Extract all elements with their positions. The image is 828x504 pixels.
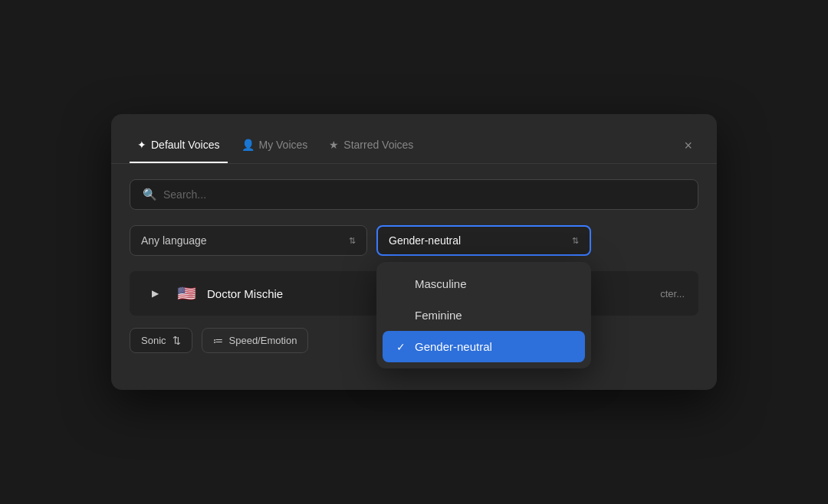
tab-default-voices-label: Default Voices bbox=[151, 139, 220, 151]
language-chevron-icon: ⇅ bbox=[349, 236, 356, 246]
modal-body: 🔍 Any language ⇅ Gender-neutral ⇅ Mascul… bbox=[111, 164, 717, 371]
search-input[interactable] bbox=[163, 188, 685, 201]
search-icon: 🔍 bbox=[143, 188, 157, 201]
gender-filter[interactable]: Gender-neutral ⇅ bbox=[376, 225, 591, 256]
search-bar: 🔍 bbox=[130, 179, 698, 210]
language-filter[interactable]: Any language ⇅ bbox=[130, 225, 367, 256]
voice-tag: cter... bbox=[660, 288, 685, 299]
feminine-label: Feminine bbox=[415, 309, 462, 322]
play-button[interactable]: ▶ bbox=[143, 282, 166, 305]
modal-header: ✦ Default Voices 👤 My Voices ★ Starred V… bbox=[111, 114, 717, 164]
speed-icon: ≔ bbox=[213, 335, 223, 346]
speed-label: Speed/Emotion bbox=[229, 335, 297, 346]
tab-my-voices-label: My Voices bbox=[259, 139, 308, 151]
masculine-label: Masculine bbox=[415, 277, 467, 290]
star-icon: ★ bbox=[329, 139, 339, 151]
tab-starred-voices[interactable]: ★ Starred Voices bbox=[321, 128, 421, 163]
tab-default-voices[interactable]: ✦ Default Voices bbox=[130, 128, 228, 163]
sparkle-icon: ✦ bbox=[137, 139, 146, 151]
language-label: Any language bbox=[141, 234, 207, 247]
gender-label: Gender-neutral bbox=[389, 234, 461, 247]
gender-chevron-icon: ⇅ bbox=[572, 236, 579, 246]
close-button[interactable]: × bbox=[678, 136, 698, 155]
dropdown-item-feminine[interactable]: Feminine bbox=[383, 299, 585, 331]
style-chevron-icon: ⇅ bbox=[172, 335, 181, 346]
filters-row: Any language ⇅ Gender-neutral ⇅ Masculin… bbox=[130, 225, 698, 256]
dropdown-item-gender-neutral[interactable]: ✓ Gender-neutral bbox=[383, 331, 585, 362]
tab-starred-voices-label: Starred Voices bbox=[343, 139, 413, 151]
gender-neutral-check-icon: ✓ bbox=[395, 341, 407, 353]
gender-neutral-label: Gender-neutral bbox=[415, 340, 492, 353]
person-icon: 👤 bbox=[242, 139, 255, 151]
voice-selector-modal: ✦ Default Voices 👤 My Voices ★ Starred V… bbox=[111, 114, 717, 390]
style-label: Sonic bbox=[141, 335, 166, 346]
gender-dropdown: Masculine Feminine ✓ Gender-neutral bbox=[376, 262, 591, 368]
speed-emotion-button[interactable]: ≔ Speed/Emotion bbox=[202, 328, 309, 353]
tab-my-voices[interactable]: 👤 My Voices bbox=[234, 128, 316, 163]
style-selector[interactable]: Sonic ⇅ bbox=[130, 328, 192, 353]
flag-icon: 🇺🇸 bbox=[177, 284, 196, 303]
dropdown-item-masculine[interactable]: Masculine bbox=[383, 268, 585, 299]
